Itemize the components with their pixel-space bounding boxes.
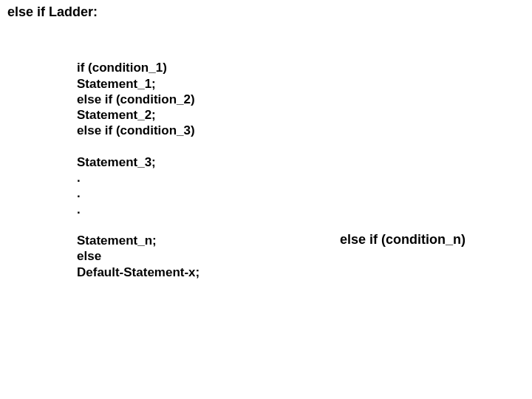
- code-line: Statement_n;: [77, 233, 157, 248]
- code-line: if (condition_1): [77, 61, 167, 75]
- code-line: else: [77, 249, 101, 263]
- slide: else if Ladder: if (condition_1) Stateme…: [0, 0, 532, 399]
- code-line: else if (condition_3): [77, 123, 195, 137]
- code-line: Statement_2;: [77, 108, 156, 122]
- annotation-text: else if (condition_n): [340, 232, 466, 248]
- code-line: .: [77, 202, 81, 216]
- code-line: else if (condition_2): [77, 92, 195, 106]
- code-block: if (condition_1) Statement_1; else if (c…: [77, 44, 200, 280]
- code-line: Statement_3;: [77, 155, 156, 169]
- slide-title: else if Ladder:: [7, 4, 98, 20]
- code-line: .: [77, 186, 81, 200]
- code-line: Statement_1;: [77, 77, 156, 91]
- code-line: Default-Statement-x;: [77, 265, 200, 279]
- code-line: .: [77, 171, 81, 185]
